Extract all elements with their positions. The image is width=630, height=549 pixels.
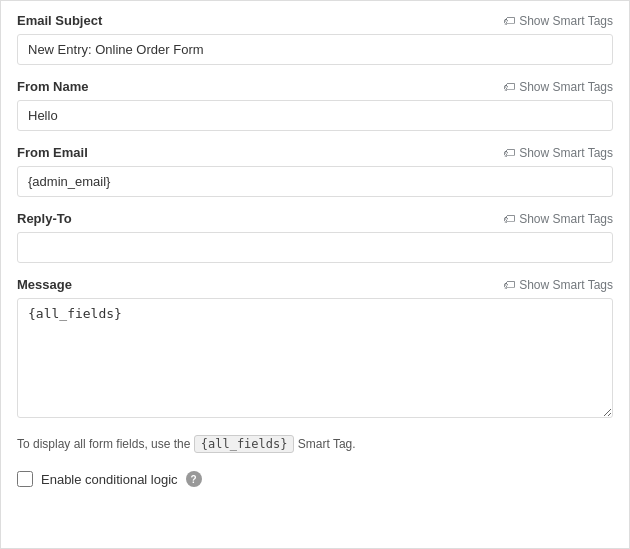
conditional-logic-label: Enable conditional logic (41, 472, 178, 487)
form-settings-panel: Email Subject 🏷 Show Smart Tags From Nam… (0, 0, 630, 549)
tag-icon-4: 🏷 (503, 212, 515, 226)
message-field: Message 🏷 Show Smart Tags {all_fields} (17, 277, 613, 421)
from-name-field: From Name 🏷 Show Smart Tags (17, 79, 613, 131)
tag-icon-2: 🏷 (503, 80, 515, 94)
all-fields-tag: {all_fields} (194, 435, 295, 453)
reply-to-header: Reply-To 🏷 Show Smart Tags (17, 211, 613, 226)
from-email-header: From Email 🏷 Show Smart Tags (17, 145, 613, 160)
message-smart-tags[interactable]: 🏷 Show Smart Tags (503, 278, 613, 292)
conditional-logic-row: Enable conditional logic ? (17, 467, 613, 487)
reply-to-label: Reply-To (17, 211, 72, 226)
help-icon[interactable]: ? (186, 471, 202, 487)
email-subject-label: Email Subject (17, 13, 102, 28)
tag-icon-3: 🏷 (503, 146, 515, 160)
from-name-smart-tags[interactable]: 🏷 Show Smart Tags (503, 80, 613, 94)
email-subject-header: Email Subject 🏷 Show Smart Tags (17, 13, 613, 28)
from-name-header: From Name 🏷 Show Smart Tags (17, 79, 613, 94)
reply-to-field: Reply-To 🏷 Show Smart Tags (17, 211, 613, 263)
all-fields-note: To display all form fields, use the {all… (17, 435, 613, 453)
reply-to-input[interactable] (17, 232, 613, 263)
from-email-label: From Email (17, 145, 88, 160)
from-email-field: From Email 🏷 Show Smart Tags (17, 145, 613, 197)
email-subject-field: Email Subject 🏷 Show Smart Tags (17, 13, 613, 65)
conditional-logic-checkbox[interactable] (17, 471, 33, 487)
from-email-input[interactable] (17, 166, 613, 197)
from-email-smart-tags[interactable]: 🏷 Show Smart Tags (503, 146, 613, 160)
from-name-input[interactable] (17, 100, 613, 131)
tag-icon-5: 🏷 (503, 278, 515, 292)
tag-icon: 🏷 (503, 14, 515, 28)
message-label: Message (17, 277, 72, 292)
reply-to-smart-tags[interactable]: 🏷 Show Smart Tags (503, 212, 613, 226)
message-textarea[interactable]: {all_fields} (17, 298, 613, 418)
email-subject-input[interactable] (17, 34, 613, 65)
from-name-label: From Name (17, 79, 89, 94)
email-subject-smart-tags[interactable]: 🏷 Show Smart Tags (503, 14, 613, 28)
message-header: Message 🏷 Show Smart Tags (17, 277, 613, 292)
